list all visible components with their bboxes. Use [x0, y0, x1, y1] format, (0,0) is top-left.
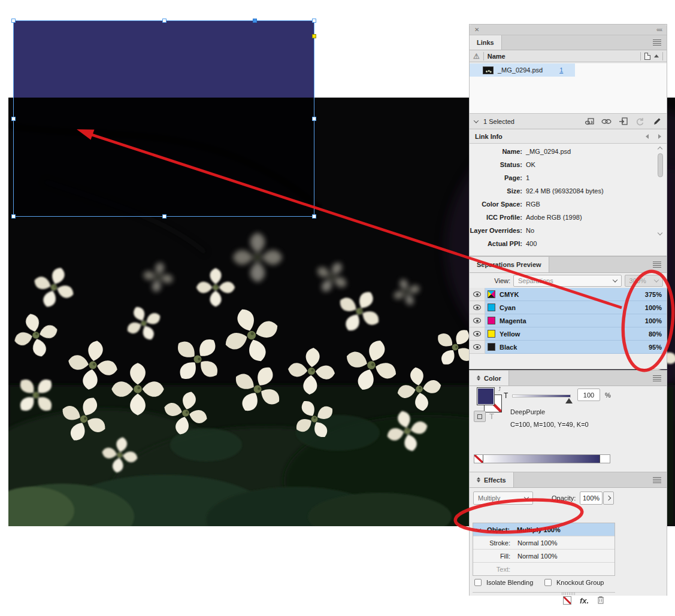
effects-target-value: Multiply 100% — [517, 526, 561, 533]
visibility-eye-icon[interactable] — [470, 301, 485, 314]
visibility-eye-icon[interactable] — [470, 288, 485, 301]
link-row-selected[interactable]: _MG_0294.psd 1 — [470, 63, 575, 77]
info-label: Status: — [470, 161, 522, 168]
panel-titlebar: ✕ «« — [470, 25, 667, 35]
panel-collapse-icon[interactable] — [477, 477, 480, 483]
view-dropdown[interactable]: Separations — [513, 275, 622, 287]
panel-resize-grip[interactable] — [562, 592, 575, 595]
plate-coverage: 100% — [645, 317, 662, 324]
chevron-down-icon[interactable] — [474, 118, 479, 123]
scroll-thumb[interactable] — [658, 153, 663, 177]
scroll-up-icon[interactable] — [658, 147, 662, 151]
separations-tabrow: Separations Preview — [470, 257, 667, 273]
isolate-blending-label: Isolate Blending — [486, 579, 533, 586]
effects-target-value: Normal 100% — [517, 539, 558, 547]
link-info-scrollbar[interactable] — [656, 147, 664, 250]
live-corner-handle[interactable] — [312, 34, 316, 38]
effects-row-text[interactable]: Text: — [473, 563, 615, 576]
color-panel-body: ⤴ T T 100 % DeepPurple C=100, M=100, Y=4… — [470, 386, 667, 472]
handle-top-solid[interactable] — [253, 19, 257, 23]
formatting-affects-container-button[interactable] — [474, 411, 486, 422]
info-label: Layer Overrides: — [470, 227, 522, 234]
tint-ramp-gradient[interactable] — [483, 455, 600, 463]
tab-links[interactable]: Links — [470, 35, 502, 50]
fx-button-icon[interactable]: fx. — [580, 596, 589, 605]
plate-row-yellow[interactable]: Yellow 80% — [470, 327, 667, 341]
panel-menu-icon[interactable] — [653, 477, 661, 483]
tab-color[interactable]: Color — [470, 371, 509, 386]
tint-slider-track[interactable] — [512, 395, 571, 397]
handle-mid-left[interactable] — [11, 117, 16, 121]
percent-sign: % — [605, 392, 611, 399]
chevron-down-icon[interactable] — [476, 526, 481, 531]
effects-target-label: Stroke: — [477, 539, 510, 547]
handle-bottom-center[interactable] — [162, 214, 167, 219]
ink-limit-dropdown[interactable]: 300% — [625, 275, 663, 287]
panel-menu-icon[interactable] — [653, 375, 661, 381]
handle-bottom-left[interactable] — [11, 214, 16, 219]
go-to-link-icon[interactable] — [618, 117, 628, 126]
clear-effects-icon[interactable] — [563, 596, 571, 605]
update-link-icon[interactable] — [635, 117, 645, 126]
name-column-label[interactable]: Name — [488, 53, 506, 60]
info-label: Size: — [470, 187, 522, 195]
tint-slider-thumb[interactable] — [565, 398, 573, 403]
collapse-panel-icon[interactable]: «« — [656, 26, 662, 33]
handle-top-right[interactable] — [312, 19, 316, 23]
selection-frame[interactable] — [13, 20, 314, 217]
scroll-down-icon[interactable] — [658, 230, 662, 235]
visibility-eye-icon[interactable] — [470, 341, 485, 354]
visibility-eye-icon[interactable] — [470, 314, 485, 327]
visibility-eye-icon[interactable] — [470, 327, 485, 341]
plate-coverage: 100% — [645, 304, 662, 311]
link-info-body: Name:_MG_0294.psd Status:OK Page:1 Size:… — [470, 144, 667, 255]
next-link-icon[interactable] — [658, 134, 661, 139]
swap-fill-stroke-icon[interactable]: ⤴ — [498, 386, 501, 392]
isolate-blending-option[interactable]: Isolate Blending — [474, 579, 533, 586]
tint-value-input[interactable]: 100 — [577, 389, 600, 401]
info-value: OK — [526, 161, 535, 168]
info-label: Name: — [470, 148, 522, 155]
opacity-input[interactable]: 100% — [580, 491, 603, 505]
knockout-group-option[interactable]: Knockout Group — [544, 579, 604, 586]
links-column-header: ⚠ Name — [470, 50, 667, 62]
panel-menu-icon[interactable] — [653, 40, 661, 45]
handle-top-center[interactable] — [162, 19, 167, 23]
white-color-cell[interactable] — [600, 455, 610, 463]
link-page-number[interactable]: 1 — [559, 66, 563, 74]
effects-target-value: Normal 100% — [517, 553, 558, 560]
tab-effects[interactable]: Effects — [470, 472, 514, 487]
page-column-icon[interactable] — [644, 53, 650, 60]
handle-bottom-right[interactable] — [312, 214, 316, 219]
effects-row-object[interactable]: Object: Multiply 100% — [473, 523, 615, 536]
relink-chain-icon[interactable] — [601, 117, 612, 126]
isolate-blending-checkbox[interactable] — [474, 579, 482, 586]
panel-collapse-icon[interactable] — [477, 375, 480, 381]
prev-link-icon[interactable] — [646, 134, 649, 139]
close-icon[interactable]: ✕ — [474, 26, 479, 33]
opacity-stepper-button[interactable] — [603, 491, 614, 505]
relink-cc-libraries-icon[interactable] — [585, 117, 595, 126]
effects-target-label: Text: — [477, 566, 510, 573]
handle-mid-right[interactable] — [312, 117, 316, 121]
plate-row-magenta[interactable]: Magenta 100% — [470, 314, 667, 327]
tint-label: T — [504, 392, 508, 400]
color-ramp[interactable] — [474, 454, 610, 463]
none-color-cell[interactable] — [474, 455, 483, 463]
handle-top-left[interactable] — [11, 19, 16, 23]
blend-mode-dropdown[interactable]: Multiply — [473, 491, 533, 505]
plate-row-cyan[interactable]: Cyan 100% — [470, 301, 667, 314]
delete-trash-icon[interactable] — [597, 596, 604, 605]
plate-row-cmyk[interactable]: CMYK 375% — [470, 288, 667, 301]
knockout-group-checkbox[interactable] — [544, 579, 552, 586]
link-info-header: Link Info — [470, 129, 667, 144]
formatting-affects-text-icon[interactable]: T — [489, 412, 494, 421]
effects-row-fill[interactable]: Fill: Normal 100% — [473, 550, 615, 563]
effects-row-stroke[interactable]: Stroke: Normal 100% — [473, 536, 615, 550]
plate-coverage: 80% — [649, 330, 662, 338]
panel-menu-icon[interactable] — [653, 262, 661, 268]
fill-swatch[interactable] — [477, 387, 495, 405]
tab-separations-preview[interactable]: Separations Preview — [470, 257, 549, 272]
edit-original-pencil-icon[interactable] — [652, 117, 662, 126]
plate-row-black[interactable]: Black 95% — [470, 341, 667, 354]
